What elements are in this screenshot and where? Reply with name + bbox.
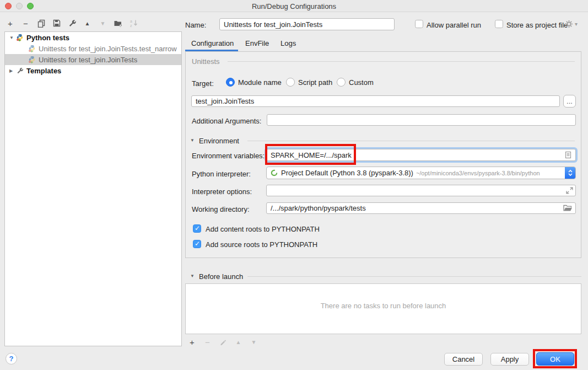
tree-item-templates[interactable]: ▶ Templates [5,65,181,76]
edit-templates-wrench-icon[interactable] [67,19,77,28]
conda-env-icon [271,169,278,176]
ok-button[interactable]: OK [536,352,574,366]
before-launch-toolbar: + − ▲ ▼ [187,337,258,347]
edit-task-pencil-icon [218,337,228,347]
before-launch-collapse-icon[interactable]: ▼ [190,274,195,278]
tree-item-label: Unittests for test_join.JoinTests [39,56,137,64]
tab-envfile[interactable]: EnvFile [245,39,269,47]
radio-icon [286,78,295,87]
group-divider [247,141,575,141]
window-title: Run/Debug Configurations [0,2,588,10]
environment-variables-label: Environment variables: [192,152,265,160]
tree-item-unittests-test-narrow[interactable]: Unittests for test_join.JoinTests.test_n… [5,43,181,54]
add-task-button[interactable]: + [187,337,197,347]
copy-configuration-icon[interactable] [36,19,46,28]
store-as-project-file-checkbox[interactable] [495,20,503,28]
gear-caret-icon[interactable]: ▾ [575,21,578,27]
help-button[interactable]: ? [6,353,17,364]
radio-label: Script path [298,78,332,87]
cancel-button[interactable]: Cancel [444,353,483,366]
interpreter-path: ~/opt/miniconda3/envs/pyspark-3.8/bin/py… [416,170,540,176]
move-up-button[interactable]: ▲ [83,19,92,28]
target-script-path-radio[interactable]: Script path [286,78,332,87]
interpreter-options-label: Interpreter options: [192,187,252,196]
target-module-name-radio[interactable]: Module name [226,78,282,87]
target-custom-radio[interactable]: Custom [337,78,374,87]
name-label: Name: [185,21,206,29]
apply-button[interactable]: Apply [490,353,529,366]
before-launch-title: Before launch [199,272,243,281]
remove-task-button: − [203,337,212,347]
additional-arguments-input[interactable] [267,114,576,126]
radio-label: Custom [349,78,374,87]
before-launch-empty-text: There are no tasks to run before launch [186,302,581,310]
svg-text:a: a [130,19,132,23]
move-task-down-button: ▼ [249,337,258,347]
radio-label: Module name [238,78,282,87]
python-test-config-icon [28,56,36,63]
new-folder-icon[interactable] [114,19,123,28]
python-interpreter-select[interactable]: Project Default (Python 3.8 (pyspark-3.8… [266,167,576,179]
store-as-project-file-label: Store as project file [506,21,568,29]
environment-variables-input[interactable] [266,149,576,161]
sort-configurations-icon: az [129,19,138,28]
move-down-button: ▼ [98,19,107,28]
allow-parallel-run-label: Allow parallel run [427,21,481,29]
environment-collapse-icon[interactable]: ▼ [190,138,195,143]
expand-field-icon[interactable] [566,187,573,194]
tree-item-unittests-jointests-selected[interactable]: Unittests for test_join.JoinTests [5,54,181,65]
additional-arguments-label: Additional Arguments: [192,117,261,125]
radio-selected-icon [226,78,235,87]
tree-item-label: Unittests for test_join.JoinTests.test_n… [39,45,177,53]
tree-item-label: Python tests [26,34,69,42]
browse-target-button[interactable]: ... [563,95,576,108]
chevron-down-icon[interactable]: ▼ [9,35,16,40]
target-label: Target: [192,79,214,88]
dropdown-chevrons-icon[interactable] [565,167,576,179]
name-input[interactable] [219,18,395,30]
tab-logs[interactable]: Logs [280,39,296,47]
group-divider [228,61,575,62]
add-source-roots-label: Add source roots to PYTHONPATH [206,240,317,249]
folder-icon[interactable] [563,205,573,212]
tree-item-python-tests[interactable]: ▼ Python tests [5,32,181,43]
python-test-config-icon [28,45,36,52]
tree-item-label: Templates [26,67,61,75]
environment-section-title: Environment [199,137,239,145]
radio-icon [337,78,346,87]
python-interpreter-label: Python interpreter: [192,170,251,178]
add-content-roots-label: Add content roots to PYTHONPATH [206,225,320,233]
allow-parallel-run-checkbox[interactable] [415,20,423,28]
configurations-toolbar: + − ▲ ▼ az [6,17,138,29]
chevron-right-icon[interactable]: ▶ [9,68,16,73]
working-directory-input[interactable] [266,202,576,214]
run-debug-configurations-dialog: Run/Debug Configurations + − ▲ ▼ az ▼ Py [0,0,588,370]
gear-icon[interactable] [564,19,574,29]
svg-text:z: z [130,24,132,28]
interpreter-value: Project Default (Python 3.8 (pyspark-3.8… [281,169,413,177]
add-source-roots-checkbox[interactable] [193,240,201,248]
remove-configuration-button[interactable]: − [21,19,30,28]
add-content-roots-checkbox[interactable] [193,224,201,233]
group-divider [247,276,581,277]
configurations-tree: ▼ Python tests Unittests for test_join.J… [4,31,182,346]
interpreter-options-input[interactable] [266,185,576,196]
tab-configuration[interactable]: Configuration [191,39,234,47]
edit-variables-icon[interactable] [564,151,572,159]
save-configuration-icon[interactable] [52,19,61,28]
unittests-group-title: Unittests [192,57,220,66]
templates-wrench-icon [16,67,24,74]
python-tests-icon [16,34,24,41]
working-directory-label: Working directory: [192,205,250,213]
target-input[interactable] [191,95,560,107]
title-bar: Run/Debug Configurations [0,0,588,12]
move-task-up-button: ▲ [234,337,243,347]
before-launch-task-list: There are no tasks to run before launch [185,283,581,334]
add-configuration-button[interactable]: + [6,19,15,28]
